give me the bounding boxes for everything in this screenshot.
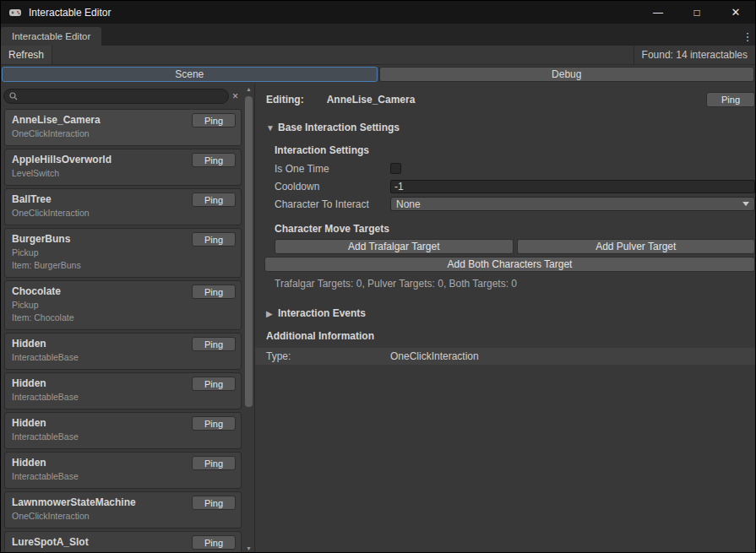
interactable-subtitle: OneClickInteraction xyxy=(12,207,234,220)
maximize-button[interactable]: □ xyxy=(677,1,716,24)
found-count-label: Found: 14 interactables xyxy=(634,46,755,64)
list-item[interactable]: Hidden InteractableBase Ping xyxy=(4,412,242,449)
list-item[interactable]: BallTree OneClickInteraction Ping xyxy=(4,188,242,225)
titlebar: Interactable Editor — □ ✕ xyxy=(1,1,755,24)
close-button[interactable]: ✕ xyxy=(716,1,755,24)
inspector-ping-button[interactable]: Ping xyxy=(706,92,755,107)
add-trafalgar-target-button[interactable]: Add Trafalgar Target xyxy=(275,239,514,254)
interactable-subtitles: InteractableBase xyxy=(12,391,234,404)
app-icon xyxy=(8,6,22,19)
refresh-button[interactable]: Refresh xyxy=(1,46,52,64)
interactable-subtitles: InteractableBase xyxy=(12,431,234,443)
character-to-interact-dropdown[interactable]: None xyxy=(390,197,755,211)
scroll-up-icon[interactable]: ▲ xyxy=(243,84,254,94)
scene-list-panel: × AnneLise_Camera OneClickInteraction Pi… xyxy=(1,84,243,553)
search-clear-icon[interactable]: × xyxy=(229,90,242,103)
list-item[interactable]: Hidden InteractableBase Ping xyxy=(4,333,242,370)
interactable-subtitle: Item: Chocolate xyxy=(12,312,234,324)
additional-information-title: Additional Information xyxy=(266,328,755,344)
character-to-interact-label: Character To Interact xyxy=(275,198,390,210)
dropdown-arrow-icon xyxy=(742,202,749,206)
add-both-targets-button[interactable]: Add Both Characters Target xyxy=(264,257,755,272)
search-field[interactable] xyxy=(3,89,229,104)
toolbar-spacer xyxy=(52,46,634,64)
interactable-subtitle: OneClickInteraction xyxy=(12,127,234,140)
interactable-subtitles: PickupItem: Chocolate xyxy=(12,299,234,324)
scrollbar-track[interactable] xyxy=(243,94,254,544)
ping-button[interactable]: Ping xyxy=(192,153,236,167)
interaction-events-foldout[interactable]: ▶ Interaction Events xyxy=(266,306,755,321)
ping-button[interactable]: Ping xyxy=(192,337,236,351)
ping-button[interactable]: Ping xyxy=(192,285,236,299)
ping-button[interactable]: Ping xyxy=(192,377,236,391)
base-settings-foldout[interactable]: ▼ Base Interaction Settings xyxy=(266,120,755,135)
list-scrollbar[interactable]: ▲ ▼ xyxy=(243,84,254,553)
tab-menu-icon[interactable]: ⋮ xyxy=(740,27,755,46)
ping-button[interactable]: Ping xyxy=(192,535,236,550)
list-item[interactable]: LawnmowerStateMachine OneClickInteractio… xyxy=(4,491,242,529)
list-item[interactable]: AppleHillsOverworld LevelSwitch Ping xyxy=(4,149,242,186)
interactable-subtitles: InteractableBase xyxy=(12,351,234,364)
toolbar: Refresh Found: 14 interactables xyxy=(1,46,755,65)
list-item[interactable]: Hidden InteractableBase Ping xyxy=(4,372,242,409)
type-label: Type: xyxy=(266,350,390,362)
ping-button[interactable]: Ping xyxy=(192,496,236,510)
foldout-open-icon: ▼ xyxy=(266,123,278,133)
targets-summary: Trafalgar Targets: 0, Pulver Targets: 0,… xyxy=(275,278,755,291)
interactable-subtitle: LevelSwitch xyxy=(12,167,234,180)
move-targets-title: Character Move Targets xyxy=(275,221,755,236)
ping-button[interactable]: Ping xyxy=(192,416,236,431)
target-buttons-row: Add Trafalgar Target Add Pulver Target xyxy=(275,239,755,254)
editing-value: AnneLise_Camera xyxy=(327,94,416,106)
editing-header: Editing: AnneLise_Camera Ping xyxy=(266,91,755,108)
list-item[interactable]: Chocolate PickupItem: Chocolate Ping xyxy=(4,280,242,330)
list-item[interactable]: AnneLise_Camera OneClickInteraction Ping xyxy=(4,109,242,146)
is-one-time-checkbox[interactable] xyxy=(390,163,401,174)
interactable-subtitle: Pickup xyxy=(12,247,234,259)
interactable-subtitle: InteractableBase xyxy=(12,351,234,364)
is-one-time-label: Is One Time xyxy=(275,163,390,175)
list-item[interactable]: BurgerBuns PickupItem: BurgerBuns Ping xyxy=(4,228,242,278)
type-value: OneClickInteraction xyxy=(390,350,479,362)
inspector-panel: Editing: AnneLise_Camera Ping ▼ Base Int… xyxy=(254,84,755,553)
tab-interactable-editor[interactable]: Interactable Editor xyxy=(1,27,101,46)
type-row: Type: OneClickInteraction xyxy=(255,348,755,365)
interactable-subtitles: LevelSwitch xyxy=(12,167,234,180)
editing-label: Editing: xyxy=(266,94,304,106)
interactable-subtitle: InteractableBase xyxy=(12,431,234,443)
scrollbar-thumb[interactable] xyxy=(245,96,253,407)
ping-button[interactable]: Ping xyxy=(192,113,236,127)
interactable-list: AnneLise_Camera OneClickInteraction Ping… xyxy=(3,106,243,553)
add-pulver-target-button[interactable]: Add Pulver Target xyxy=(517,239,756,254)
interactable-subtitle: Pickup xyxy=(12,299,234,312)
list-item[interactable]: LureSpotA_Slot Ping xyxy=(4,531,242,553)
ping-button[interactable]: Ping xyxy=(192,232,236,247)
tab-debug[interactable]: Debug xyxy=(379,67,755,82)
interactable-subtitles: OneClickInteraction xyxy=(12,127,234,140)
interactable-subtitle: OneClickInteraction xyxy=(12,510,234,523)
interactable-subtitle: InteractableBase xyxy=(12,470,234,483)
tab-scene[interactable]: Scene xyxy=(2,67,378,82)
ping-button[interactable]: Ping xyxy=(192,192,236,207)
scroll-down-icon[interactable]: ▼ xyxy=(243,544,254,553)
interactable-subtitles: PickupItem: BurgerBuns xyxy=(12,247,234,272)
base-settings-title: Base Interaction Settings xyxy=(278,122,400,133)
cooldown-input[interactable] xyxy=(390,180,755,193)
character-to-interact-value: None xyxy=(396,198,421,210)
cooldown-row: Cooldown xyxy=(275,177,755,195)
search-input[interactable] xyxy=(18,91,225,101)
interactable-subtitles: OneClickInteraction xyxy=(12,510,234,523)
ping-button[interactable]: Ping xyxy=(192,456,236,470)
interactable-editor-window: Interactable Editor — □ ✕ Interactable E… xyxy=(0,0,756,553)
interactable-subtitles: InteractableBase xyxy=(12,470,234,483)
minimize-button[interactable]: — xyxy=(639,1,677,24)
search-row: × xyxy=(3,87,243,106)
interactable-subtitles: OneClickInteraction xyxy=(12,207,234,220)
list-item[interactable]: Hidden InteractableBase Ping xyxy=(4,452,242,489)
foldout-collapsed-icon: ▶ xyxy=(266,309,278,318)
search-icon xyxy=(9,92,18,100)
is-one-time-row: Is One Time xyxy=(275,160,755,177)
main-area: × AnneLise_Camera OneClickInteraction Pi… xyxy=(1,84,755,553)
window-title: Interactable Editor xyxy=(29,7,111,19)
interaction-events-title: Interaction Events xyxy=(278,307,366,319)
